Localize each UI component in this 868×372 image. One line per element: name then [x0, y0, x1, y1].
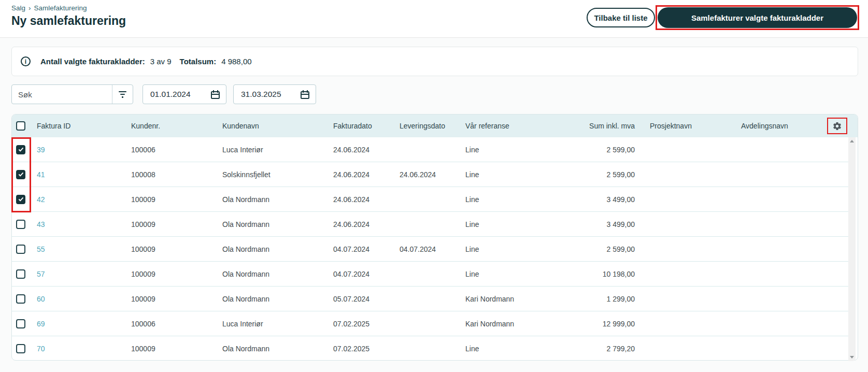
table-body: 39 100006 Luca Interiør 24.06.2024 Line … — [12, 137, 858, 360]
table-row: 60 100009 Ola Nordmann 05.07.2024 Kari N… — [12, 287, 849, 311]
column-header-leveringsdato[interactable]: Leveringsdato — [400, 122, 465, 130]
cell-kundenr: 100008 — [131, 170, 222, 179]
date-to-field[interactable]: 31.03.2025 — [233, 84, 316, 104]
breadcrumb: Salg›Samlefakturering — [11, 4, 87, 12]
column-header-faktura-id[interactable]: Faktura ID — [37, 122, 131, 130]
cell-kundenavn: Solskinnsfjellet — [222, 170, 333, 179]
cell-sum-inkl-mva: 10 198,00 — [534, 270, 635, 278]
breadcrumb-samlefakturering: Samlefakturering — [34, 4, 87, 12]
cell-sum-inkl-mva: 1 299,00 — [534, 295, 635, 303]
row-checkbox[interactable] — [16, 294, 25, 304]
column-header-prosjektnavn[interactable]: Prosjektnavn — [635, 122, 741, 130]
row-checkbox[interactable] — [16, 344, 25, 353]
faktura-id-link[interactable]: 60 — [37, 295, 45, 303]
cell-kundenr: 100006 — [131, 146, 222, 154]
cell-kundenavn: Ola Nordmann — [222, 295, 333, 303]
row-checkbox[interactable] — [16, 319, 25, 328]
row-checkbox[interactable] — [16, 145, 25, 154]
cell-kundenr: 100009 — [131, 245, 222, 253]
column-header-fakturadato[interactable]: Fakturadato — [333, 122, 400, 130]
cell-sum-inkl-mva: 12 999,00 — [534, 320, 635, 328]
table-rows: 39 100006 Luca Interiør 24.06.2024 Line … — [12, 137, 858, 361]
scroll-up-arrow[interactable] — [850, 140, 854, 142]
cell-var-referanse: Line — [465, 245, 534, 253]
cell-kundenr: 100009 — [131, 195, 222, 204]
cell-fakturadato: 24.06.2024 — [333, 195, 400, 204]
cell-fakturadato: 04.07.2024 — [333, 270, 400, 278]
cell-sum-inkl-mva: 2 599,00 — [534, 170, 635, 179]
cell-var-referanse: Line — [465, 270, 534, 278]
cell-sum-inkl-mva: 3 499,00 — [534, 195, 635, 204]
column-header-kundenr[interactable]: Kundenr. — [131, 122, 222, 130]
cell-kundenavn: Luca Interiør — [222, 320, 333, 328]
cell-sum-inkl-mva: 2 599,00 — [534, 146, 635, 154]
table-row: 57 100009 Ola Nordmann 04.07.2024 Line 1… — [12, 262, 849, 287]
faktura-id-link[interactable]: 69 — [37, 320, 45, 328]
breadcrumb-salg[interactable]: Salg — [11, 4, 25, 12]
cell-var-referanse: Line — [465, 170, 534, 179]
column-header-kundenavn[interactable]: Kundenavn — [222, 122, 333, 130]
date-to-value: 31.03.2025 — [241, 90, 281, 99]
calendar-icon[interactable] — [211, 90, 220, 99]
faktura-id-link[interactable]: 42 — [37, 195, 45, 204]
cell-kundenavn: Ola Nordmann — [222, 270, 333, 278]
faktura-id-link[interactable]: 43 — [37, 220, 45, 228]
cell-kundenr: 100009 — [131, 270, 222, 278]
cell-kundenavn: Luca Interiør — [222, 146, 333, 154]
info-count-value: 3 av 9 — [150, 57, 172, 66]
cell-kundenavn: Ola Nordmann — [222, 220, 333, 228]
faktura-id-link[interactable]: 70 — [37, 345, 45, 353]
row-checkbox[interactable] — [16, 269, 25, 279]
faktura-id-link[interactable]: 39 — [37, 146, 45, 154]
cell-var-referanse: Line — [465, 220, 534, 228]
row-checkbox[interactable] — [16, 245, 25, 254]
cell-kundenr: 100006 — [131, 320, 222, 328]
table-row: 55 100009 Ola Nordmann 04.07.2024 04.07.… — [12, 237, 849, 262]
faktura-id-link[interactable]: 55 — [37, 245, 45, 253]
cell-sum-inkl-mva: 3 499,00 — [534, 220, 635, 228]
page-title: Ny samlefakturering — [11, 14, 126, 28]
tilbake-til-liste-button[interactable]: Tilbake til liste — [587, 8, 655, 27]
cell-kundenr: 100009 — [131, 345, 222, 353]
breadcrumb-separator: › — [29, 4, 31, 12]
vertical-scrollbar[interactable] — [848, 137, 856, 361]
samlefakturer-button[interactable]: Samlefakturer valgte fakturakladder — [658, 7, 857, 28]
cell-var-referanse: Line — [465, 345, 534, 353]
faktura-id-link[interactable]: 57 — [37, 270, 45, 278]
cell-sum-inkl-mva: 2 799,20 — [534, 345, 635, 353]
info-total-value: 4 988,00 — [221, 57, 251, 66]
row-checkbox[interactable] — [16, 195, 25, 204]
search-input[interactable] — [12, 85, 112, 104]
cell-var-referanse: Kari Nordmann — [465, 320, 534, 328]
scroll-down-arrow[interactable] — [850, 356, 854, 359]
faktura-id-link[interactable]: 41 — [37, 170, 45, 179]
gear-annotation — [827, 118, 847, 134]
row-checkbox[interactable] — [16, 170, 25, 179]
date-from-field[interactable]: 01.01.2024 — [143, 84, 226, 104]
filter-icon[interactable] — [112, 91, 133, 98]
column-header-sum-inkl-mva[interactable]: Sum inkl. mva — [534, 122, 635, 130]
cell-var-referanse: Line — [465, 195, 534, 204]
cell-kundenr: 100009 — [131, 220, 222, 228]
cell-kundenavn: Ola Nordmann — [222, 195, 333, 204]
cell-fakturadato: 07.02.2025 — [333, 320, 400, 328]
cell-sum-inkl-mva: 2 599,00 — [534, 245, 635, 253]
cell-var-referanse: Kari Nordmann — [465, 295, 534, 303]
cell-var-referanse: Line — [465, 146, 534, 154]
cell-kundenavn: Ola Nordmann — [222, 245, 333, 253]
cell-fakturadato: 24.06.2024 — [333, 220, 400, 228]
cell-fakturadato: 24.06.2024 — [333, 146, 400, 154]
column-header-avdelingsnavn[interactable]: Avdelingsnavn — [741, 122, 817, 130]
info-icon: i — [21, 56, 31, 66]
table-row: 69 100006 Luca Interiør 07.02.2025 Kari … — [12, 311, 849, 336]
cell-leveringsdato: 04.07.2024 — [400, 245, 465, 253]
column-header-var-referanse[interactable]: Vår referanse — [465, 122, 534, 130]
cell-kundenavn: Ola Nordmann — [222, 345, 333, 353]
calendar-icon[interactable] — [301, 90, 309, 99]
settings-gear-icon[interactable] — [832, 121, 842, 131]
table-row: 70 100009 Ola Nordmann 07.02.2025 Line 2… — [12, 336, 849, 361]
primary-button-annotation: Samlefakturer valgte fakturakladder — [656, 5, 859, 30]
select-all-checkbox[interactable] — [16, 121, 25, 131]
row-checkbox[interactable] — [16, 220, 25, 229]
table-row: 42 100009 Ola Nordmann 24.06.2024 Line 3… — [12, 187, 849, 212]
